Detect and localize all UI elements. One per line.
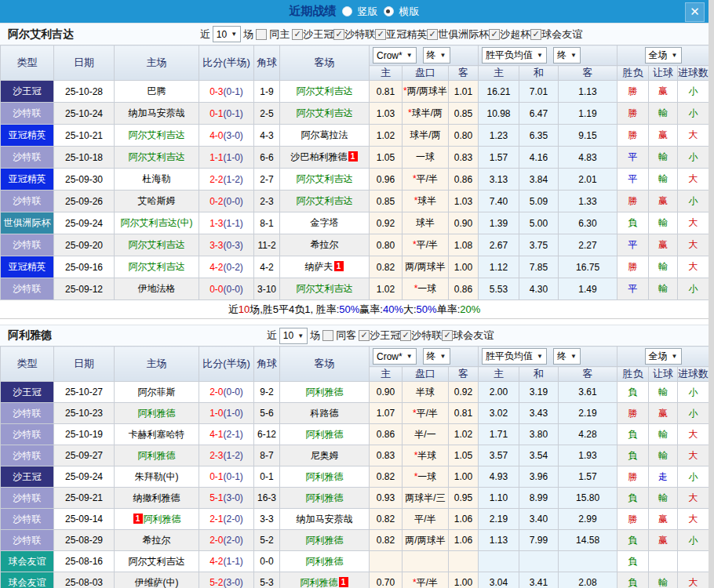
home-odds-cell: 0.82 xyxy=(370,256,403,278)
scope-select[interactable]: 全场▼ xyxy=(645,47,682,64)
league-checkbox[interactable] xyxy=(292,29,303,40)
win-avg-cell: 16.21 xyxy=(479,81,519,103)
avg-odds-select[interactable]: 胜平负均值▼ xyxy=(482,348,547,365)
goals-result-cell: 大 xyxy=(678,234,709,256)
home-team-link[interactable]: 巴腾 xyxy=(148,85,166,96)
avg-state-select[interactable]: 终▼ xyxy=(553,348,581,365)
home-team-link[interactable]: 纳加马安萘哉 xyxy=(129,107,185,118)
league-checkbox[interactable] xyxy=(375,29,386,40)
lose-avg-cell: 14.58 xyxy=(559,530,617,551)
odds-state-select[interactable]: 终▼ xyxy=(423,47,450,64)
match-row: 沙特联25-09-12伊地法格0-0(0-0)3-10阿尔艾利吉达1.02*一球… xyxy=(1,278,709,300)
sub-lose: 客 xyxy=(559,66,617,81)
vertical-layout-radio[interactable] xyxy=(342,6,352,16)
close-icon[interactable]: ✕ xyxy=(685,2,705,22)
away-team-link[interactable]: 阿利雅德 xyxy=(306,535,344,546)
away-odds-cell: 0.86 xyxy=(449,169,479,191)
league-label: 沙王冠 xyxy=(303,27,333,42)
away-team-link[interactable]: 阿利雅德 xyxy=(306,471,344,482)
away-team-link[interactable]: 科路德 xyxy=(311,408,339,419)
away-team-link[interactable]: 阿利雅德 xyxy=(306,556,344,567)
away-team-link[interactable]: 纳萨夫 xyxy=(305,261,333,272)
home-team-link[interactable]: 卡赫利塞哈特 xyxy=(129,429,185,440)
goals-result-cell: 小 xyxy=(678,191,709,212)
match-row: 沙特联25-09-26艾哈斯姆0-2(0-0)2-3阿尔艾利吉达0.85*球半1… xyxy=(1,191,709,212)
odds-company-select[interactable]: Crow*▼ xyxy=(373,348,417,365)
home-team-link[interactable]: 纳撒利雅德 xyxy=(133,492,180,503)
away-odds-cell: 1.01 xyxy=(449,81,479,103)
result-cell: 平 xyxy=(617,278,649,300)
away-team-link[interactable]: 阿尔葛拉法 xyxy=(301,129,348,140)
home-team-link[interactable]: 阿尔艾利吉达 xyxy=(129,556,185,567)
same-venue-checkbox[interactable] xyxy=(322,330,333,341)
home-team-link[interactable]: 阿利雅德 xyxy=(138,450,176,461)
odds-company-select[interactable]: Crow*▼ xyxy=(373,47,417,64)
away-team-link[interactable]: 沙巴柏利雅德 xyxy=(291,151,348,162)
away-team-link[interactable]: 阿尔艾利吉达 xyxy=(297,173,353,184)
handicap-result-cell: 輸 xyxy=(649,572,678,588)
avg-state-select[interactable]: 终▼ xyxy=(553,47,581,64)
goals-result-cell: 大 xyxy=(678,424,709,445)
home-team-cell: 希拉尔 xyxy=(115,530,199,551)
away-odds-cell: 0.92 xyxy=(449,382,479,403)
win-avg-cell: 3.57 xyxy=(479,445,519,466)
league-checkbox[interactable] xyxy=(489,29,500,40)
away-team-link[interactable]: 阿利雅德 xyxy=(301,577,338,588)
corner-cell: 0-0 xyxy=(254,551,280,572)
draw-avg-cell: 3.96 xyxy=(519,466,559,488)
red-card-badge: 1 xyxy=(133,514,143,524)
home-team-link[interactable]: 阿尔艾利吉达 xyxy=(129,129,185,140)
away-team-link[interactable]: 阿尔艾利吉达 xyxy=(297,283,353,294)
league-checkbox[interactable] xyxy=(333,29,344,40)
home-team-link[interactable]: 杜海勒 xyxy=(143,173,171,184)
away-team-link[interactable]: 阿利雅德 xyxy=(306,492,344,503)
home-team-link[interactable]: 希拉尔 xyxy=(143,535,171,546)
league-checkbox[interactable] xyxy=(427,29,438,40)
filters: 近 10▼ 场 同主 沙王冠沙特联亚冠精英世俱洲际杯沙超杯球会友谊 xyxy=(74,26,709,42)
home-team-link[interactable]: 阿尔菲斯 xyxy=(138,387,176,397)
home-team-link[interactable]: 朱拜勒(中) xyxy=(135,471,179,482)
scope-select[interactable]: 全场▼ xyxy=(645,348,682,365)
league-checkbox[interactable] xyxy=(359,330,370,341)
away-team-link[interactable]: 金字塔 xyxy=(311,217,339,228)
odds-state-select[interactable]: 终▼ xyxy=(423,348,450,365)
away-team-link[interactable]: 尼奥姆 xyxy=(311,450,339,461)
home-odds-cell: 0.85 xyxy=(370,191,403,212)
away-team-link[interactable]: 阿利雅德 xyxy=(306,429,344,440)
win-avg-cell: 2.67 xyxy=(479,234,519,256)
handicap-result-cell: 輸 xyxy=(649,256,678,278)
fulltime-score: 0-2 xyxy=(209,196,223,207)
score-cell: 1-3(1-1) xyxy=(199,212,254,234)
league-checkbox[interactable] xyxy=(400,330,411,341)
same-venue-checkbox[interactable] xyxy=(256,29,267,40)
away-odds-cell: 0.90 xyxy=(449,212,479,234)
league-checkbox[interactable] xyxy=(442,330,453,341)
avg-odds-select[interactable]: 胜平负均值▼ xyxy=(482,47,547,64)
away-team-link[interactable]: 阿利雅德 xyxy=(306,387,344,397)
away-team-link[interactable]: 阿尔艾利吉达 xyxy=(297,107,353,118)
horizontal-layout-radio[interactable] xyxy=(384,6,394,16)
home-team-link[interactable]: 阿尔艾利吉达 xyxy=(129,261,185,272)
handicap-value: 平/半 xyxy=(417,173,438,184)
home-team-link[interactable]: 阿尔艾利吉达 xyxy=(129,151,185,162)
home-team-link[interactable]: 伊地法格 xyxy=(138,283,176,294)
filters: 近 10▼ 场 同客 沙王冠沙特联球会友谊 xyxy=(52,328,709,344)
home-team-link[interactable]: 阿尔艾利吉达 xyxy=(129,239,185,250)
league-type-cell: 沙王冠 xyxy=(1,466,54,488)
home-team-link[interactable]: 伊维萨(中) xyxy=(135,577,179,588)
away-team-link[interactable]: 纳加马安萘哉 xyxy=(297,514,353,524)
home-team-link[interactable]: 艾哈斯姆 xyxy=(138,195,176,206)
score-cell: 2-0(0-0) xyxy=(199,382,254,403)
away-team-link[interactable]: 阿尔艾利吉达 xyxy=(297,195,353,206)
match-count-select[interactable]: 10▼ xyxy=(213,26,241,42)
handicap-result-cell: 輸 xyxy=(649,488,678,509)
match-count-select[interactable]: 10▼ xyxy=(279,328,308,344)
league-checkbox[interactable] xyxy=(530,29,541,40)
league-label: 沙王冠 xyxy=(370,328,400,343)
win-avg-cell: 3.04 xyxy=(479,572,519,588)
home-team-link[interactable]: 阿利雅德 xyxy=(138,408,176,419)
away-team-link[interactable]: 希拉尔 xyxy=(311,239,339,250)
home-team-link[interactable]: 阿尔艾利吉达(中) xyxy=(121,217,193,228)
home-team-link[interactable]: 阿利雅德 xyxy=(144,514,181,524)
away-team-link[interactable]: 阿尔艾利吉达 xyxy=(297,85,353,96)
